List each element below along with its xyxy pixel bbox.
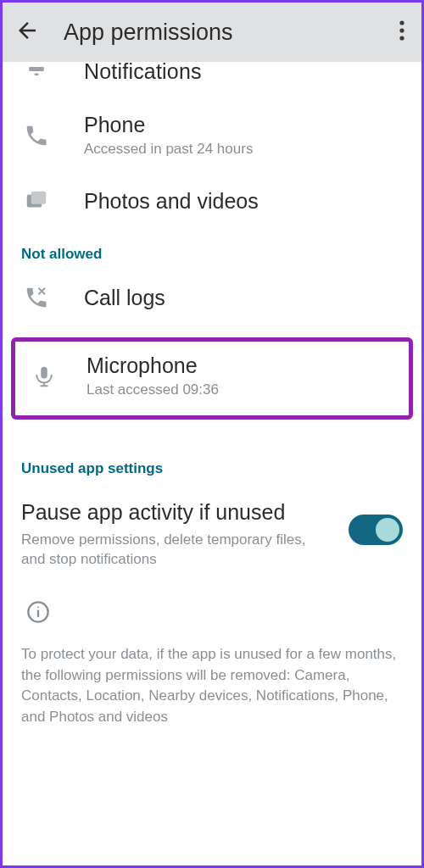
svg-point-0 bbox=[399, 20, 404, 25]
toggle-knob bbox=[376, 518, 399, 542]
permission-label: Microphone bbox=[86, 353, 219, 378]
permission-subtext: Last accessed 09:36 bbox=[86, 381, 219, 398]
pause-description: Remove permissions, delete temporary fil… bbox=[21, 531, 326, 570]
call-logs-icon bbox=[20, 285, 53, 310]
content-scroll: Notifications Phone Accessed in past 24 … bbox=[3, 57, 421, 745]
app-bar: App permissions bbox=[3, 3, 421, 62]
page-title: App permissions bbox=[64, 19, 233, 46]
permission-row-phone[interactable]: Phone Accessed in past 24 hours bbox=[3, 97, 421, 173]
section-header-unused: Unused app settings bbox=[3, 443, 421, 484]
footer-text: To protect your data, if the app is unus… bbox=[3, 634, 421, 728]
pause-toggle[interactable] bbox=[349, 515, 403, 545]
permission-label: Notifications bbox=[84, 59, 202, 84]
permission-subtext: Accessed in past 24 hours bbox=[84, 141, 253, 158]
svg-rect-6 bbox=[31, 192, 47, 204]
permission-row-microphone[interactable]: Microphone Last accessed 09:36 bbox=[15, 342, 409, 415]
notifications-icon bbox=[20, 58, 53, 84]
back-icon[interactable] bbox=[14, 18, 40, 47]
permission-row-call-logs[interactable]: Call logs bbox=[3, 270, 421, 326]
overflow-menu-icon[interactable] bbox=[394, 14, 410, 51]
highlight-box-microphone: Microphone Last accessed 09:36 bbox=[11, 337, 413, 420]
info-icon bbox=[3, 578, 421, 634]
section-header-not-allowed: Not allowed bbox=[3, 229, 421, 270]
permission-row-notifications[interactable]: Notifications bbox=[3, 57, 421, 97]
microphone-icon bbox=[27, 364, 61, 389]
screen-frame: App permissions Notifications Phone Acce… bbox=[0, 0, 424, 868]
svg-point-9 bbox=[37, 606, 39, 608]
permission-row-photos[interactable]: Photos and videos bbox=[3, 173, 421, 229]
permission-label: Photos and videos bbox=[84, 189, 259, 214]
phone-icon bbox=[20, 123, 53, 148]
pause-title: Pause app activity if unused bbox=[21, 499, 332, 526]
svg-rect-3 bbox=[29, 67, 44, 71]
photos-icon bbox=[20, 188, 53, 214]
permission-label: Phone bbox=[84, 113, 253, 137]
permission-label: Call logs bbox=[84, 286, 165, 310]
svg-point-2 bbox=[399, 36, 404, 40]
svg-rect-4 bbox=[35, 74, 39, 76]
svg-point-1 bbox=[399, 28, 404, 32]
pause-app-activity-row[interactable]: Pause app activity if unused Remove perm… bbox=[3, 484, 421, 578]
